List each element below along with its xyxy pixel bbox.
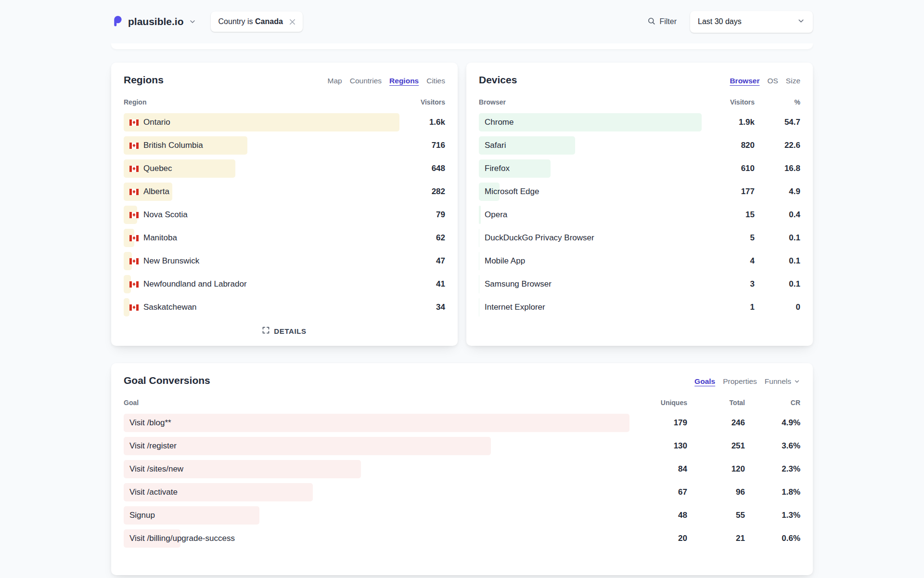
browser-link[interactable]: Mobile App [485,256,525,266]
value-bar [124,159,235,178]
region-link[interactable]: Quebec [143,164,172,173]
filter-button[interactable]: Filter [647,17,677,27]
browser-link[interactable]: Samsung Browser [485,279,552,289]
filter-chip-country[interactable]: Country is Canada [211,12,303,32]
tab-label: Regions [389,77,419,85]
devices-tab-os[interactable]: OS [767,77,778,85]
browser-row: Safari82022.6 [479,134,800,157]
region-link[interactable]: Manitoba [143,233,177,243]
region-row: Nova Scotia79 [124,203,445,226]
browser-row: DuckDuckGo Privacy Browser50.1 [479,226,800,250]
top-navigation: plausible.io Country is Canada Filter La… [111,0,813,43]
column-header-goal: Goal [124,399,629,407]
visitors-value: 62 [399,233,445,243]
browser-link[interactable]: Chrome [485,118,513,127]
regions-tab-cities[interactable]: Cities [426,77,445,85]
visitors-value: 820 [702,141,755,150]
visitors-value: 610 [702,164,755,173]
total-value: 120 [687,464,745,474]
site-picker[interactable]: plausible.io [111,15,196,29]
total-value: 21 [687,534,745,543]
canada-flag-icon [129,119,139,126]
visitors-value: 3 [702,279,755,289]
uniques-value: 179 [629,418,687,428]
percent-value: 4.9 [755,187,800,197]
region-link[interactable]: Saskatchewan [143,302,197,312]
region-link[interactable]: Alberta [143,187,169,197]
bar-cell: Quebec [124,157,399,180]
visitors-value: 1.9k [702,118,755,127]
goal-link[interactable]: Visit /activate [129,487,178,497]
tab-label: Countries [350,77,382,85]
total-value: 96 [687,487,745,497]
devices-card-header: Devices BrowserOSSize [479,74,800,86]
bar-cell: British Columbia [124,134,399,157]
regions-tab-map[interactable]: Map [328,77,342,85]
percent-value: 0.1 [755,233,800,243]
uniques-value: 130 [629,441,687,451]
region-row: British Columbia716 [124,134,445,157]
details-button[interactable]: DETAILS [262,327,306,335]
region-link[interactable]: Nova Scotia [143,210,188,220]
goals-tab-goals[interactable]: Goals [694,377,715,386]
value-bar [124,298,129,316]
tab-label: Properties [723,377,757,386]
goal-link[interactable]: Visit /billing/upgrade-success [129,534,235,543]
tab-label: Cities [426,77,445,85]
region-link[interactable]: Ontario [143,118,170,127]
bar-cell: Newfoundland and Labrador [124,273,399,296]
regions-tab-regions[interactable]: Regions [389,77,419,85]
visitors-value: 177 [702,187,755,197]
browser-link[interactable]: Firefox [485,164,510,173]
devices-tabs: BrowserOSSize [730,77,800,85]
browser-link[interactable]: DuckDuckGo Privacy Browser [485,233,594,243]
visitors-value: 648 [399,164,445,173]
goal-conversions-card: Goal Conversions GoalsPropertiesFunnels … [111,363,813,575]
goal-link[interactable]: Visit /blog** [129,418,171,428]
bar-cell: Chrome [479,111,702,134]
cr-value: 4.9% [745,418,800,428]
bar-cell: Microsoft Edge [479,180,702,203]
uniques-value: 84 [629,464,687,474]
filter-chip-prefix: Country is [218,17,253,26]
percent-value: 0.1 [755,279,800,289]
region-link[interactable]: British Columbia [143,141,203,150]
column-header-total: Total [687,399,745,407]
region-link[interactable]: Newfoundland and Labrador [143,279,247,289]
goal-row: Visit /sites/new841202.3% [124,458,800,481]
regions-tab-countries[interactable]: Countries [350,77,382,85]
tab-label: Size [786,77,800,85]
goals-tab-funnels[interactable]: Funnels [765,377,800,386]
devices-column-headers: Browser Visitors % [479,98,800,106]
bar-cell: Alberta [124,180,399,203]
bar-cell: Visit /blog** [124,411,629,434]
goal-row: Signup48551.3% [124,504,800,527]
close-icon[interactable] [290,19,295,25]
devices-tab-browser[interactable]: Browser [730,77,759,85]
browser-link[interactable]: Safari [485,141,506,150]
chevron-down-icon [189,18,196,26]
date-range-picker[interactable]: Last 30 days [690,11,813,33]
goal-link[interactable]: Visit /register [129,441,177,451]
total-value: 55 [687,511,745,520]
browser-link[interactable]: Microsoft Edge [485,187,539,197]
visitors-value: 47 [399,256,445,266]
previous-card-edge [111,43,813,49]
region-link[interactable]: New Brunswick [143,256,199,266]
goals-tab-properties[interactable]: Properties [723,377,757,386]
browser-link[interactable]: Opera [485,210,507,220]
plausible-logo-icon [111,15,123,29]
column-header-visitors: Visitors [399,98,445,106]
region-row: Quebec648 [124,157,445,180]
devices-tab-size[interactable]: Size [786,77,800,85]
regions-card-title: Regions [124,74,164,86]
goal-link[interactable]: Signup [129,511,155,520]
canada-flag-icon [129,235,139,241]
goal-link[interactable]: Visit /sites/new [129,464,183,474]
bar-cell: Manitoba [124,226,399,250]
visitors-value: 4 [702,256,755,266]
visitors-value: 15 [702,210,755,220]
browser-row: Samsung Browser30.1 [479,273,800,296]
bar-cell: Visit /register [124,434,629,458]
browser-link[interactable]: Internet Explorer [485,302,545,312]
